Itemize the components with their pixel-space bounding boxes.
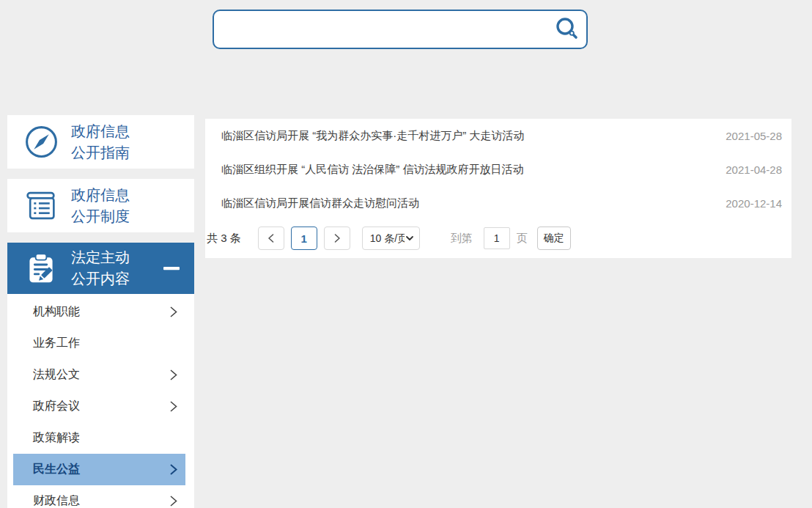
page-size-select[interactable]: 10 条/页	[362, 227, 420, 250]
sidebar-card-statutory-disclosure[interactable]: 法定主动 公开内容	[7, 243, 194, 294]
news-date: 2021-05-28	[726, 130, 782, 142]
chevron-right-icon	[333, 233, 342, 243]
sidebar-item-label: 财政信息	[33, 493, 80, 508]
sidebar-item-gov-meetings[interactable]: 政府会议	[13, 391, 185, 422]
sidebar-item-label: 法规公文	[33, 367, 80, 383]
sidebar-item-fiscal-info[interactable]: 财政信息	[13, 485, 185, 508]
sidebar-item-business-work[interactable]: 业务工作	[13, 328, 185, 359]
clipboard-pencil-icon	[22, 249, 60, 287]
news-row: 临淄区组织开展 “人民信访 法治保障” 信访法规政府开放日活动 2021-04-…	[205, 152, 791, 186]
search-button[interactable]	[548, 11, 586, 48]
search-input[interactable]	[214, 11, 548, 48]
goto-page-prefix-label: 到第	[451, 232, 473, 246]
news-row: 临淄区信访局开展 “我为群众办实事·走千村进万户” 大走访活动 2021-05-…	[205, 119, 791, 152]
sidebar-card-disclosure-system[interactable]: 政府信息 公开制度	[7, 179, 194, 232]
chevron-right-icon	[169, 463, 178, 476]
sidebar-item-regulations-documents[interactable]: 法规公文	[13, 359, 185, 391]
pagination-total: 共 3 条	[207, 232, 241, 246]
content-panel: 临淄区信访局开展 “我为群众办实事·走千村进万户” 大走访活动 2021-05-…	[205, 119, 791, 258]
news-title-link[interactable]: 临淄区信访局开展 “我为群众办实事·走千村进万户” 大走访活动	[221, 129, 711, 143]
sidebar-item-org-functions[interactable]: 机构职能	[13, 296, 185, 328]
sidebar-card-disclosure-guide[interactable]: 政府信息 公开指南	[7, 115, 194, 169]
confirm-button[interactable]: 确定	[537, 227, 571, 250]
chevron-right-icon	[169, 400, 178, 413]
goto-page-suffix-label: 页	[517, 232, 528, 246]
sidebar-item-label: 机构职能	[33, 304, 80, 320]
sidebar-item-label: 政府会议	[33, 399, 80, 414]
news-list: 临淄区信访局开展 “我为群众办实事·走千村进万户” 大走访活动 2021-05-…	[205, 119, 791, 220]
page: 政府信息 公开指南 政府信息 公开制度	[0, 0, 812, 508]
compass-icon	[22, 123, 60, 161]
sidebar-item-policy-interpretation[interactable]: 政策解读	[13, 422, 185, 454]
news-date: 2020-12-14	[726, 197, 782, 210]
sidebar-card-label: 政府信息 公开指南	[71, 121, 130, 163]
page-1-button[interactable]: 1	[291, 227, 317, 250]
next-page-button[interactable]	[324, 227, 350, 250]
chevron-right-icon	[169, 495, 178, 507]
search-bar	[213, 10, 588, 49]
pagination: 共 3 条 1 10 条/页 到第	[205, 227, 791, 250]
search-icon	[554, 16, 580, 43]
news-title-link[interactable]: 临淄区组织开展 “人民信访 法治保障” 信访法规政府开放日活动	[221, 163, 711, 177]
goto-page-input[interactable]	[484, 227, 510, 249]
chevron-left-icon	[267, 233, 276, 243]
sidebar-item-livelihood-welfare[interactable]: 民生公益	[13, 454, 185, 485]
sidebar: 政府信息 公开指南 政府信息 公开制度	[7, 115, 194, 508]
news-row: 临淄区信访局开展信访群众走访慰问活动 2020-12-14	[205, 186, 791, 220]
sidebar-card-label: 法定主动 公开内容	[71, 247, 130, 290]
news-date: 2021-04-28	[726, 163, 782, 176]
page-size-select-wrap: 10 条/页	[362, 227, 420, 250]
notebook-list-icon	[22, 187, 60, 225]
sidebar-card-label: 政府信息 公开制度	[71, 185, 130, 227]
sidebar-item-label: 业务工作	[33, 336, 80, 351]
chevron-right-icon	[169, 306, 178, 318]
sidebar-item-label: 民生公益	[33, 462, 80, 477]
sidebar-menu: 机构职能 业务工作 法规公文 政府会议 政策解读	[7, 294, 194, 508]
news-title-link[interactable]: 临淄区信访局开展信访群众走访慰问活动	[221, 196, 711, 210]
sidebar-item-label: 政策解读	[33, 430, 80, 446]
collapse-minus-icon[interactable]	[163, 267, 180, 270]
chevron-right-icon	[169, 369, 178, 381]
prev-page-button[interactable]	[258, 227, 284, 250]
